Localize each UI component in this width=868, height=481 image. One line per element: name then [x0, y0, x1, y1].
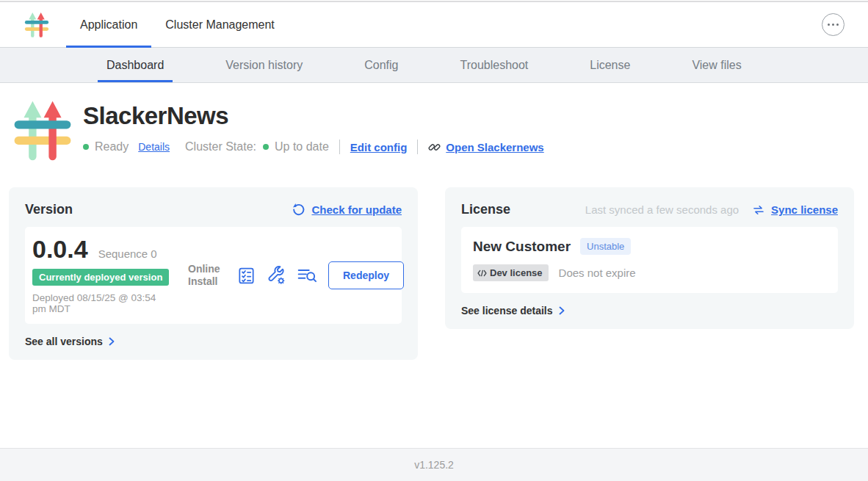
install-type-label: Online Install: [188, 263, 226, 289]
app-logo-large-icon: [13, 98, 72, 162]
check-for-update-link[interactable]: Check for update: [311, 203, 402, 216]
license-type-badge: Dev license: [473, 264, 549, 281]
subtab-version-history[interactable]: Version history: [217, 48, 311, 82]
details-link[interactable]: Details: [138, 141, 170, 153]
top-tabs: Application Cluster Management: [66, 2, 289, 47]
subtab-view-files[interactable]: View files: [683, 48, 750, 82]
subtab-dashboard[interactable]: Dashboard: [98, 48, 173, 82]
cluster-state-value: Up to date: [275, 140, 329, 153]
current-version-box: 0.0.4 Sequence 0 Currently deployed vers…: [25, 227, 402, 324]
redeploy-button[interactable]: Redeploy: [328, 261, 404, 289]
overflow-menu-button[interactable]: [822, 13, 845, 36]
see-license-details-label: See license details: [461, 305, 553, 317]
open-app-group: Open Slackernews: [428, 141, 543, 153]
chevron-right-icon: [559, 306, 565, 315]
open-slackernews-link[interactable]: Open Slackernews: [446, 141, 543, 153]
status-ready-dot: [83, 144, 89, 150]
deployed-timestamp: Deployed 08/15/25 @ 03:54 pm MDT: [32, 292, 163, 314]
cluster-state-dot: [263, 144, 269, 150]
channel-badge: Unstable: [580, 238, 631, 255]
see-license-details-link[interactable]: See license details: [461, 305, 565, 317]
dashboard-cards: Version Check for update 0.0.4 Sequence …: [0, 162, 868, 360]
subtab-license[interactable]: License: [581, 48, 639, 82]
app-header: SlackerNews Ready Details Cluster State:…: [0, 83, 868, 162]
chain-link-icon: [428, 141, 441, 153]
tab-cluster-management-label: Cluster Management: [165, 18, 275, 32]
see-all-versions-link[interactable]: See all versions: [25, 336, 115, 347]
tab-application[interactable]: Application: [66, 2, 151, 47]
status-ready-label: Ready: [95, 140, 129, 153]
dashboard-main: SlackerNews Ready Details Cluster State:…: [0, 83, 868, 448]
subtab-config[interactable]: Config: [355, 48, 407, 82]
ellipsis-icon: [828, 23, 830, 26]
license-summary-box: New Customer Unstable Dev license Does n…: [461, 227, 838, 293]
chevron-right-icon: [109, 337, 115, 346]
version-number: 0.0.4: [32, 236, 88, 261]
last-synced-label: Last synced a few seconds ago: [585, 203, 739, 216]
sequence-label: Sequence 0: [98, 247, 157, 260]
tab-cluster-management[interactable]: Cluster Management: [151, 2, 289, 47]
top-navbar: Application Cluster Management: [0, 2, 868, 48]
page-title: SlackerNews: [83, 102, 544, 130]
refresh-icon: [292, 203, 305, 217]
sync-license-link[interactable]: Sync license: [771, 203, 838, 216]
console-version-label: v1.125.2: [414, 459, 454, 471]
deployed-badge: Currently deployed version: [32, 269, 169, 286]
cluster-state-label: Cluster State:: [185, 140, 256, 153]
tab-application-label: Application: [80, 18, 137, 32]
license-card: License Last synced a few seconds ago Sy…: [445, 187, 854, 329]
version-card: Version Check for update 0.0.4 Sequence …: [9, 187, 418, 360]
app-status-row: Ready Details Cluster State: Up to date …: [83, 140, 544, 154]
app-logo-icon: [24, 11, 49, 38]
license-card-title: License: [461, 202, 510, 217]
deploy-logs-icon[interactable]: [297, 266, 317, 285]
config-wrench-icon[interactable]: [267, 266, 286, 285]
see-all-versions-label: See all versions: [25, 336, 103, 347]
license-type-label: Dev license: [490, 267, 543, 278]
code-icon: [477, 270, 487, 277]
divider: [417, 140, 418, 154]
customer-name: New Customer: [473, 239, 571, 255]
expiration-label: Does not expire: [559, 267, 636, 279]
subtab-troubleshoot[interactable]: Troubleshoot: [451, 48, 537, 82]
console-footer: v1.125.2: [0, 448, 868, 481]
edit-config-link[interactable]: Edit config: [350, 141, 408, 153]
divider: [339, 140, 340, 154]
app-subnav: Dashboard Version history Config Trouble…: [0, 48, 868, 83]
version-card-title: Version: [25, 202, 73, 217]
preflight-checks-icon[interactable]: [237, 267, 256, 285]
sync-arrows-icon: [752, 204, 765, 216]
